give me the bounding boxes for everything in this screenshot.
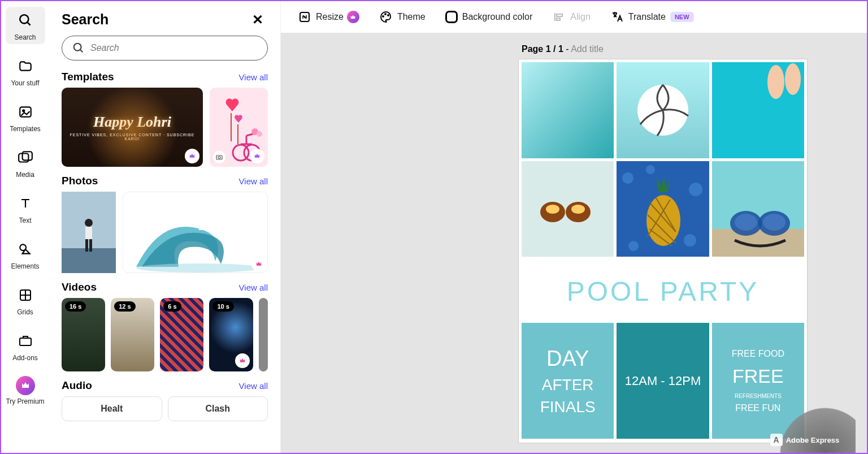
video-card[interactable]: 6 s: [160, 298, 203, 371]
photo-card-wave[interactable]: [123, 192, 268, 273]
translate-icon: [610, 10, 624, 24]
template-card-pink[interactable]: [210, 88, 268, 167]
theme-button[interactable]: Theme: [379, 10, 426, 24]
search-panel: Search ✕ Templates View all Happy Lohri …: [49, 1, 281, 453]
photos-view-all[interactable]: View all: [239, 176, 268, 186]
audio-label: Healt: [101, 404, 123, 414]
premium-badge-icon: [250, 149, 264, 163]
poster-col-2[interactable]: 12AM - 12PM: [617, 323, 709, 439]
theme-icon: [379, 10, 393, 24]
rail-search[interactable]: Search: [6, 7, 45, 44]
rail-elements[interactable]: Elements: [6, 236, 45, 273]
rail-media[interactable]: Media: [6, 144, 45, 181]
svg-point-32: [383, 16, 384, 17]
grid-cell-4[interactable]: [522, 161, 614, 257]
volleyball-icon: [635, 82, 691, 139]
svg-rect-36: [557, 14, 562, 16]
search-icon: [15, 10, 36, 31]
grid-cell-3[interactable]: [712, 62, 804, 158]
photo-card-skater[interactable]: [62, 192, 116, 273]
camera-icon: [213, 151, 225, 163]
template-card-lohri[interactable]: Happy Lohri FESTIVE VIBES, EXCLUSIVE CON…: [62, 88, 203, 167]
rail-your-stuff-label: Your stuff: [11, 79, 39, 87]
svg-point-30: [136, 263, 261, 273]
search-input-box[interactable]: [62, 36, 268, 60]
svg-rect-37: [557, 18, 560, 20]
resize-button[interactable]: Resize: [298, 10, 359, 24]
svg-line-1: [27, 22, 30, 25]
svg-point-45: [571, 205, 585, 214]
rail-grids-label: Grids: [17, 308, 33, 316]
resize-label: Resize: [316, 12, 344, 22]
svg-rect-27: [85, 227, 92, 239]
new-badge: NEW: [670, 12, 694, 22]
svg-point-52: [646, 195, 680, 246]
bgcolor-button[interactable]: Background color: [445, 11, 533, 23]
align-label: Align: [570, 12, 591, 22]
svg-point-34: [388, 15, 389, 16]
rail-grids[interactable]: Grids: [6, 282, 45, 319]
svg-point-48: [646, 165, 655, 174]
video-card[interactable]: 16 s: [62, 298, 105, 371]
videos-heading: Videos: [62, 281, 97, 293]
rail-media-label: Media: [16, 171, 34, 179]
feet-illustration: [712, 62, 804, 119]
premium-chip-icon: [347, 11, 359, 23]
grids-icon: [15, 284, 36, 306]
rail-search-label: Search: [14, 33, 36, 41]
svg-point-39: [767, 65, 784, 99]
video-card[interactable]: [259, 298, 268, 371]
svg-rect-28: [85, 239, 88, 252]
svg-rect-10: [20, 338, 31, 345]
photos-heading: Photos: [62, 175, 98, 187]
svg-point-47: [622, 172, 633, 184]
svg-point-3: [23, 110, 24, 111]
page-wrap: Page 1 / 1 - Add title: [281, 33, 867, 453]
templates-view-all[interactable]: View all: [239, 72, 268, 82]
svg-point-50: [628, 241, 639, 251]
svg-rect-25: [62, 248, 116, 273]
poster-banner[interactable]: POOL PARTY: [519, 260, 807, 323]
rail-addons[interactable]: Add-ons: [6, 327, 45, 365]
bgcolor-icon: [445, 11, 458, 23]
premium-badge-icon: [235, 353, 250, 368]
close-icon[interactable]: ✕: [252, 12, 263, 28]
search-field-icon: [72, 42, 85, 54]
poster-bottom: DAY AFTER FINALS 12AM - 12PM FREE FOOD F…: [519, 323, 807, 442]
rail-premium[interactable]: Try Premium: [6, 373, 45, 408]
pineapple-illustration: [617, 161, 709, 257]
audio-heading: Audio: [62, 379, 92, 392]
grid-cell-2[interactable]: [617, 62, 709, 158]
svg-point-11: [74, 44, 81, 51]
svg-point-33: [385, 14, 386, 15]
poster-col-1[interactable]: DAY AFTER FINALS: [522, 323, 614, 439]
rail-templates[interactable]: Templates: [6, 98, 45, 136]
grid-cell-1[interactable]: [522, 62, 614, 158]
page-label[interactable]: Page 1 / 1 - Add title: [522, 44, 867, 54]
video-card[interactable]: 12 s: [111, 298, 154, 371]
translate-button[interactable]: Translate NEW: [610, 10, 694, 24]
video-duration: 6 s: [163, 301, 181, 312]
toolbar: Resize Theme Background color Align Tran…: [281, 1, 867, 33]
align-button[interactable]: Align: [552, 10, 591, 24]
align-icon: [552, 10, 566, 24]
grid-cell-6[interactable]: [712, 161, 804, 257]
poster-canvas[interactable]: POOL PARTY DAY AFTER FINALS 12AM - 12PM …: [518, 59, 808, 443]
videos-view-all[interactable]: View all: [239, 283, 268, 292]
audio-card[interactable]: Healt: [62, 396, 162, 421]
audio-card[interactable]: Clash: [168, 396, 268, 421]
video-duration: 10 s: [212, 301, 233, 312]
video-card[interactable]: 10 s: [209, 298, 253, 371]
rail-your-stuff[interactable]: Your stuff: [6, 53, 45, 90]
grid-cell-5[interactable]: [617, 161, 709, 257]
translate-label: Translate: [628, 12, 666, 22]
svg-point-44: [546, 205, 559, 214]
rail-text-label: Text: [19, 217, 31, 224]
search-input[interactable]: [90, 43, 257, 53]
photos-section: Photos View all: [49, 175, 280, 281]
rail-text[interactable]: Text: [6, 190, 45, 227]
poster-col-3[interactable]: FREE FOOD FREE REFRESHMENTS FREE FUN: [712, 323, 804, 439]
audio-view-all[interactable]: View all: [239, 381, 268, 391]
resize-icon: [298, 10, 311, 24]
panel-title: Search: [62, 11, 108, 28]
